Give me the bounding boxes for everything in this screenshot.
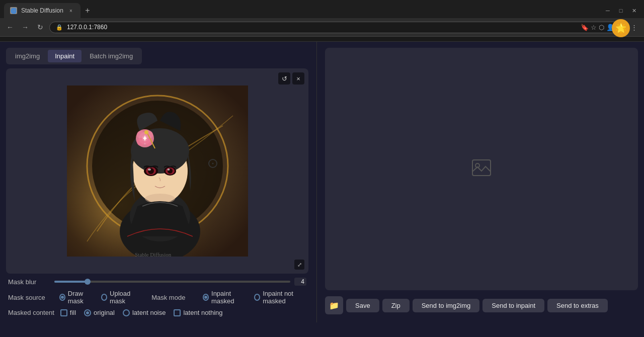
right-panel: 📁 Save Zip Send to img2img Send to inpai… [319, 42, 644, 322]
canvas-toolbar: ↺ × [278, 72, 304, 85]
mask-blur-slider-container: 4 [54, 278, 306, 286]
inpaint-masked-label: Inpaint masked [211, 290, 246, 305]
browser-tab-active[interactable]: 🌀 Stable Diffusion × [4, 3, 80, 18]
draw-mask-label: Draw mask [68, 290, 93, 305]
maximize-btn[interactable]: □ [615, 5, 627, 17]
folder-icon: 📁 [329, 301, 339, 310]
forward-button[interactable]: → [19, 21, 31, 33]
output-placeholder [471, 159, 492, 179]
masked-content-label: Masked content [8, 309, 54, 316]
radio-fill[interactable]: fill [60, 309, 76, 316]
reload-button[interactable]: ↻ [34, 21, 46, 33]
watermark-badge: 🌟 [612, 19, 630, 37]
draw-mask-radio[interactable] [59, 294, 65, 301]
inpaint-not-masked-radio[interactable] [254, 294, 260, 301]
inpaint-masked-radio[interactable] [203, 294, 209, 301]
fill-label: fill [70, 309, 76, 316]
svg-point-13 [137, 131, 145, 139]
address-bar[interactable]: 🔒 127.0.0.1:7860 🔖 ☆ ⬡ 👤 [49, 22, 621, 33]
address-text: 127.0.0.1:7860 [67, 24, 107, 31]
save-button[interactable]: Save [346, 299, 379, 312]
tab-favicon: 🌀 [10, 7, 17, 14]
address-bar-icons: 🔖 ☆ ⬡ 👤 [581, 24, 614, 31]
radio-original[interactable]: original [84, 309, 115, 316]
main-layout: img2img Inpaint Batch img2img [0, 42, 644, 322]
controls-section: Mask blur 4 Mask source Draw mask [6, 278, 308, 316]
latent-noise-label: latent noise [132, 309, 166, 316]
tab-batch-img2img[interactable]: Batch img2img [83, 50, 140, 62]
radio-inpaint-masked[interactable]: Inpaint masked [203, 290, 246, 305]
panel-divider [316, 42, 317, 322]
browser-ext-icon[interactable]: ⬡ [599, 24, 604, 31]
star-icon[interactable]: ☆ [591, 24, 597, 31]
svg-point-18 [144, 130, 148, 134]
canvas-close-btn[interactable]: × [292, 72, 304, 85]
masked-content-row: Masked content fill original latent nois… [8, 309, 306, 316]
svg-point-30 [212, 163, 213, 164]
reset-icon: ↺ [282, 75, 287, 82]
fill-checkbox[interactable] [60, 309, 67, 316]
masked-content-group: fill original latent noise latent nothin… [60, 309, 223, 316]
original-radio[interactable] [84, 309, 91, 316]
canvas-area[interactable]: Stable Diffusion ↺ × ⤢ [6, 68, 308, 274]
original-label: original [94, 309, 115, 316]
mask-blur-track[interactable] [54, 281, 290, 283]
bookmark-icon[interactable]: 🔖 [581, 24, 589, 31]
tab-bar: 🌀 Stable Diffusion × + ─ □ ✕ [0, 0, 644, 18]
mask-source-mode-row: Mask source Draw mask Upload mask Mask m… [8, 290, 306, 305]
inpaint-not-masked-label: Inpaint not masked [263, 290, 306, 305]
latent-noise-radio[interactable] [123, 309, 130, 316]
mask-mode-group: Inpaint masked Inpaint not masked [203, 290, 306, 305]
output-area [325, 48, 638, 290]
folder-button[interactable]: 📁 [325, 296, 343, 314]
radio-latent-nothing[interactable]: latent nothing [174, 309, 222, 316]
tab-inpaint[interactable]: Inpaint [48, 50, 82, 62]
window-controls: ─ □ ✕ [602, 5, 640, 17]
svg-point-26 [167, 168, 170, 171]
close-window-btn[interactable]: ✕ [628, 5, 640, 17]
upload-mask-label: Upload mask [110, 290, 139, 305]
expand-icon: ⤢ [297, 262, 302, 268]
radio-draw-mask[interactable]: Draw mask [59, 290, 93, 305]
svg-point-22 [148, 168, 151, 171]
mask-blur-thumb[interactable] [85, 279, 91, 285]
minimize-btn[interactable]: ─ [602, 5, 614, 17]
back-button[interactable]: ← [4, 21, 16, 33]
tab-img2img[interactable]: img2img [8, 50, 47, 62]
mask-blur-fill [54, 281, 88, 283]
zip-button[interactable]: Zip [382, 299, 410, 312]
panel-tab-group: img2img Inpaint Batch img2img [6, 48, 142, 64]
tab-title: Stable Diffusion [21, 7, 63, 14]
close-icon: × [296, 75, 300, 82]
new-tab-button[interactable]: + [80, 4, 95, 18]
app-top-spacer [0, 37, 644, 42]
svg-point-15 [137, 138, 145, 146]
mask-mode-label: Mask mode [151, 294, 197, 301]
radio-inpaint-not-masked[interactable]: Inpaint not masked [254, 290, 306, 305]
radio-latent-noise[interactable]: latent noise [123, 309, 166, 316]
watermark-emoji: 🌟 [615, 23, 626, 34]
mask-source-label: Mask source [8, 294, 53, 301]
mask-blur-label: Mask blur [8, 278, 48, 286]
tab-close-btn[interactable]: × [67, 7, 74, 14]
left-panel: img2img Inpaint Batch img2img [0, 42, 314, 322]
address-lock-icon: 🔒 [56, 24, 63, 31]
svg-text:Stable Diffusion: Stable Diffusion [135, 251, 172, 257]
latent-nothing-checkbox[interactable] [174, 309, 181, 316]
upload-mask-radio[interactable] [101, 294, 107, 301]
canvas-expand-btn[interactable]: ⤢ [294, 260, 304, 270]
latent-nothing-label: latent nothing [183, 309, 222, 316]
svg-rect-31 [472, 160, 491, 176]
send-to-img2img-button[interactable]: Send to img2img [413, 299, 480, 312]
output-actions: 📁 Save Zip Send to img2img Send to inpai… [325, 294, 638, 316]
mask-source-group: Draw mask Upload mask [59, 290, 139, 305]
anime-image-svg: Stable Diffusion [67, 86, 248, 257]
address-bar-row: ← → ↻ 🔒 127.0.0.1:7860 🔖 ☆ ⬡ 👤 ⋮ [0, 18, 644, 36]
canvas-reset-btn[interactable]: ↺ [278, 72, 290, 85]
send-to-extras-button[interactable]: Send to extras [547, 299, 608, 312]
browser-chrome: 🌀 Stable Diffusion × + ─ □ ✕ ← → ↻ 🔒 127… [0, 0, 644, 37]
canvas-image-container: Stable Diffusion [6, 68, 308, 274]
send-to-inpaint-button[interactable]: Send to inpaint [482, 299, 544, 312]
radio-upload-mask[interactable]: Upload mask [101, 290, 139, 305]
mask-blur-row: Mask blur 4 [8, 278, 306, 286]
